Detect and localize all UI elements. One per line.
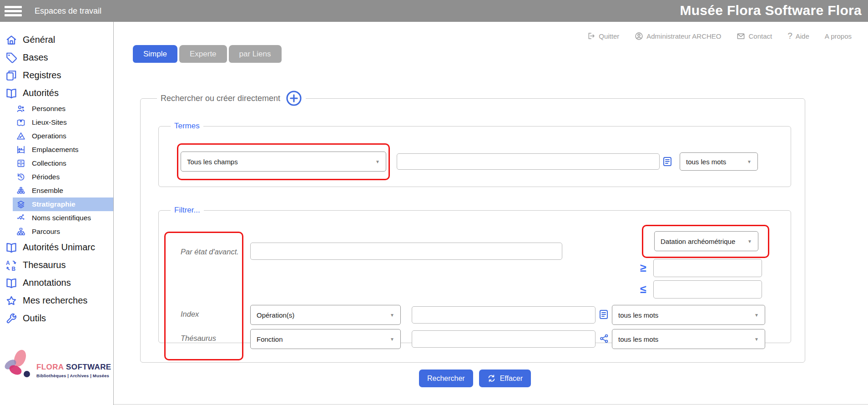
search-button-label: Rechercher	[427, 375, 465, 383]
clear-button[interactable]: Effacer	[479, 370, 531, 387]
wrench-icon	[5, 313, 17, 324]
quit-label: Quitter	[599, 32, 619, 40]
sidebar-item-collections[interactable]: Collections	[0, 157, 113, 170]
filtrer-fieldset: Filtrer... Par état d'avanct. Datation a…	[158, 206, 791, 343]
sidebar-item-personnes[interactable]: Personnes	[0, 102, 113, 116]
header-links: Quitter Administrateur ARCHEO Contact ? …	[587, 31, 852, 41]
clear-button-label: Effacer	[500, 375, 523, 383]
index-input[interactable]	[412, 306, 595, 324]
index-list-icon[interactable]	[662, 156, 673, 167]
sidebar-item-label: Mes recherches	[23, 295, 87, 306]
chevron-down-icon: ▼	[747, 159, 752, 164]
sidebar-item-noms-scientifiques[interactable]: Noms scientifiques	[0, 211, 113, 225]
sidebar-item-outils[interactable]: Outils	[0, 309, 113, 327]
chevron-down-icon: ▼	[754, 337, 759, 342]
thesaurus-mode-select[interactable]: tous les mots ▼	[612, 329, 765, 349]
star-icon	[5, 295, 17, 307]
home-icon	[5, 34, 17, 46]
term-mode-select[interactable]: tous les mots ▼	[680, 152, 758, 171]
search-mode-tabs: Simple Experte par Liens	[133, 45, 282, 63]
index-list-icon[interactable]	[598, 309, 609, 320]
sidebar-item-thesaurus[interactable]: AB Thesaurus	[0, 256, 113, 274]
sidebar-item-autorites[interactable]: Autorités	[0, 84, 113, 102]
quit-link[interactable]: Quitter	[587, 32, 619, 40]
index-mode-value: tous les mots	[618, 311, 658, 319]
help-label: Aide	[796, 32, 809, 40]
index-mode-select[interactable]: tous les mots ▼	[612, 305, 765, 325]
sidebar-item-periodes[interactable]: Périodes	[0, 170, 113, 184]
sidebar-item-general[interactable]: Général	[0, 31, 113, 49]
sidebar-item-label: Collections	[32, 159, 66, 167]
datation-max-input[interactable]	[653, 280, 762, 299]
thesaurus-select-value: Fonction	[257, 335, 283, 343]
datation-select[interactable]: Datation archéométrique ▼	[654, 231, 758, 251]
cluster-icon	[16, 186, 25, 195]
thesaurus-select[interactable]: Fonction ▼	[250, 329, 401, 349]
shelf-icon	[16, 145, 25, 154]
field-select-value: Tous les champs	[187, 158, 238, 166]
chevron-down-icon: ▼	[747, 239, 752, 244]
tab-simple[interactable]: Simple	[133, 45, 177, 63]
logo-brand-primary: FLORA	[36, 363, 64, 371]
open-book-icon	[5, 87, 17, 99]
topbar: Espaces de travail Musée Flora Software …	[0, 0, 868, 22]
contact-label: Contact	[748, 32, 772, 40]
less-equal-symbol: ≤	[640, 283, 646, 296]
add-circle-icon[interactable]	[286, 90, 302, 106]
etat-avancement-input[interactable]	[250, 243, 562, 260]
term-input[interactable]	[397, 153, 660, 170]
index-select-value: Opération(s)	[257, 311, 294, 319]
tab-par-liens[interactable]: par Liens	[229, 45, 282, 63]
question-mark-icon: ?	[787, 31, 792, 41]
butterfly-logo-icon	[2, 347, 35, 382]
field-select[interactable]: Tous les champs ▼	[181, 152, 386, 172]
sidebar-item-bases[interactable]: Bases	[0, 49, 113, 66]
term-mode-value: tous les mots	[686, 158, 726, 166]
sidebar-item-stratigraphie[interactable]: Stratigraphie	[13, 197, 113, 211]
datation-min-input[interactable]	[653, 259, 762, 277]
sidebar-item-mes-recherches[interactable]: Mes recherches	[0, 292, 113, 309]
about-label: A propos	[825, 32, 852, 40]
sidebar-item-ensemble[interactable]: Ensemble	[0, 184, 113, 197]
help-link[interactable]: ? Aide	[787, 31, 809, 41]
tab-experte[interactable]: Experte	[179, 45, 227, 63]
user-menu[interactable]: Administrateur ARCHEO	[635, 32, 721, 40]
sidebar-item-registres[interactable]: Registres	[0, 66, 113, 84]
copies-icon	[5, 70, 17, 81]
share-network-icon[interactable]	[599, 334, 609, 344]
sidebar-item-autorites-unimarc[interactable]: Autorités Unimarc	[0, 238, 113, 256]
layers-icon	[16, 200, 25, 209]
sidebar-item-operations[interactable]: Operations	[0, 129, 113, 143]
index-select[interactable]: Opération(s) ▼	[250, 305, 401, 325]
sidebar-item-label: Ensemble	[32, 187, 63, 195]
thesaurus-input[interactable]	[412, 330, 595, 348]
etat-avancement-label: Par état d'avanct.	[181, 248, 239, 256]
search-create-legend: Rechercher ou créer directement	[157, 90, 306, 106]
sidebar-item-label: Annotations	[23, 278, 71, 288]
chevron-down-icon: ▼	[754, 313, 759, 318]
termes-legend: Termes	[171, 122, 203, 131]
sidebar-item-label: Parcours	[32, 228, 60, 236]
contact-link[interactable]: Contact	[737, 32, 772, 40]
tag-icon	[5, 52, 17, 64]
sidebar-item-label: Autorités	[23, 88, 59, 98]
hamburger-menu-icon[interactable]	[5, 4, 22, 18]
workspace-label[interactable]: Espaces de travail	[35, 6, 101, 16]
chevron-down-icon: ▼	[390, 313, 394, 318]
sidebar-item-emplacements[interactable]: Emplacements	[0, 143, 113, 157]
open-book-icon	[5, 277, 17, 289]
roadwork-triangle-icon	[16, 132, 25, 141]
user-label: Administrateur ARCHEO	[646, 32, 721, 40]
chevron-down-icon: ▼	[375, 159, 380, 164]
sidebar-item-label: Outils	[23, 313, 46, 324]
sidebar-item-label: Bases	[23, 52, 48, 63]
greater-equal-symbol: ≥	[640, 261, 646, 274]
filtrer-legend: Filtrer...	[171, 206, 204, 215]
sidebar-item-annotations[interactable]: Annotations	[0, 274, 113, 292]
form-actions: Rechercher Effacer	[98, 370, 852, 387]
about-link[interactable]: A propos	[825, 32, 852, 40]
search-button[interactable]: Rechercher	[419, 370, 473, 387]
sidebar-item-lieux-sites[interactable]: Lieux-Sites	[0, 116, 113, 129]
sidebar-item-parcours[interactable]: Parcours	[0, 225, 113, 238]
sidebar-item-label: Registres	[23, 70, 61, 81]
